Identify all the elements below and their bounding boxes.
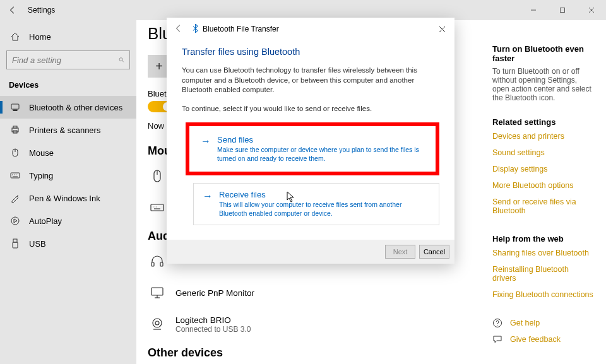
webcam-icon	[148, 315, 167, 334]
dialog-continue: To continue, select if you would like to…	[182, 104, 439, 114]
help-icon: ?	[492, 318, 502, 328]
svg-rect-18	[13, 242, 18, 248]
help-header: Help from the web	[492, 234, 593, 244]
nav-autoplay[interactable]: AutoPlay	[0, 209, 136, 232]
svg-rect-4	[11, 104, 19, 109]
option-receive-files[interactable]: → Receive files This will allow your com…	[193, 183, 439, 225]
nav-printers[interactable]: Printers & scanners	[0, 119, 136, 141]
nav-typing[interactable]: Typing	[0, 164, 136, 187]
nav-label: Bluetooth & other devices	[29, 103, 122, 112]
mouse-icon	[10, 148, 20, 158]
link-more-bt[interactable]: More Bluetooth options	[492, 181, 593, 190]
arrow-icon: →	[201, 136, 211, 163]
mouse-device-icon	[148, 167, 167, 185]
search-box[interactable]	[6, 50, 130, 69]
autoplay-icon	[10, 216, 20, 226]
feedback-icon	[492, 334, 502, 344]
option-send-files[interactable]: → Send files Make sure the computer or d…	[186, 122, 439, 175]
maximize-button[interactable]	[548, 0, 577, 20]
search-input[interactable]	[12, 56, 119, 65]
svg-rect-7	[13, 126, 17, 128]
help-link-drivers[interactable]: Reinstalling Bluetooth drivers	[492, 265, 593, 283]
window-controls	[519, 0, 606, 20]
svg-rect-11	[11, 173, 20, 178]
next-button[interactable]: Next	[385, 245, 415, 259]
feedback-label: Give feedback	[510, 335, 561, 344]
monitor-icon	[148, 283, 167, 302]
nav-label: Mouse	[29, 148, 54, 158]
keyboard-device-icon	[148, 198, 167, 217]
back-button[interactable]	[0, 0, 25, 20]
keyboard-icon	[10, 170, 20, 180]
help-link-fixing[interactable]: Fixing Bluetooth connections	[492, 290, 593, 299]
send-title: Send files	[217, 135, 424, 144]
nav-home-label: Home	[29, 32, 51, 42]
link-sound[interactable]: Sound settings	[492, 148, 593, 157]
headphones-icon	[148, 252, 167, 271]
get-help-label: Get help	[510, 319, 540, 327]
get-help[interactable]: ? Get help	[492, 318, 593, 328]
bluetooth-icon	[10, 102, 20, 112]
device-name: Generic PnP Monitor	[175, 288, 254, 298]
svg-text:?: ?	[496, 320, 499, 327]
related-header: Related settings	[492, 117, 593, 127]
give-feedback[interactable]: Give feedback	[492, 334, 593, 344]
cancel-button[interactable]: Cancel	[419, 245, 449, 259]
nav-label: AutoPlay	[29, 216, 62, 226]
dialog-heading: Transfer files using Bluetooth	[182, 47, 439, 57]
dialog-buttons: Next Cancel	[167, 240, 454, 264]
svg-rect-27	[160, 262, 163, 266]
svg-line-3	[122, 61, 124, 62]
dialog-titlebar: Bluetooth File Transfer	[167, 18, 454, 40]
svg-rect-5	[13, 110, 17, 111]
search-icon	[119, 56, 124, 64]
right-pane: Turn on Bluetooth even faster To turn Bl…	[492, 44, 593, 351]
window-title: Settings	[25, 6, 55, 15]
arrow-icon: →	[203, 191, 213, 218]
recv-desc: This will allow your computer to receive…	[219, 201, 430, 218]
nav-mouse[interactable]: Mouse	[0, 141, 136, 164]
nav-label: Pen & Windows Ink	[29, 194, 100, 203]
nav-pen[interactable]: Pen & Windows Ink	[0, 187, 136, 209]
device-name: Logitech BRIO	[175, 315, 251, 325]
dialog-back-button[interactable]	[174, 24, 183, 35]
svg-rect-1	[561, 8, 565, 13]
nav-usb[interactable]: USB	[0, 232, 136, 255]
nav-label: USB	[29, 239, 46, 249]
nav-group-header: Devices	[0, 77, 136, 96]
svg-rect-28	[152, 288, 163, 295]
pen-icon	[10, 193, 20, 203]
link-display[interactable]: Display settings	[492, 165, 593, 173]
nav-label: Printers & scanners	[29, 126, 100, 135]
minimize-button[interactable]	[519, 0, 548, 20]
link-devices-printers[interactable]: Devices and printers	[492, 132, 593, 141]
svg-rect-26	[152, 262, 154, 266]
bluetooth-icon	[192, 24, 199, 35]
link-send-recv[interactable]: Send or receive files via Bluetooth	[492, 197, 593, 215]
svg-rect-21	[151, 204, 163, 211]
nav-bluetooth[interactable]: Bluetooth & other devices	[0, 96, 136, 119]
svg-point-31	[153, 319, 162, 327]
nav-home[interactable]: Home	[0, 25, 136, 48]
printer-icon	[10, 125, 20, 135]
svg-point-16	[11, 217, 19, 225]
nav-label: Typing	[29, 171, 53, 180]
bluetooth-transfer-dialog: Bluetooth File Transfer Transfer files u…	[167, 18, 454, 264]
home-icon	[10, 32, 20, 42]
send-desc: Make sure the computer or device where y…	[217, 146, 424, 163]
close-button[interactable]	[577, 0, 606, 20]
help-link-sharing[interactable]: Sharing files over Bluetooth	[492, 249, 593, 257]
svg-point-2	[119, 58, 122, 61]
dialog-desc: You can use Bluetooth technology to tran…	[182, 66, 439, 95]
dialog-title: Bluetooth File Transfer	[203, 25, 279, 33]
usb-icon	[10, 238, 20, 249]
tip-header: Turn on Bluetooth even faster	[492, 44, 593, 63]
recv-title: Receive files	[219, 190, 430, 199]
device-status: Connected to USB 3.0	[175, 325, 251, 334]
sidebar: Home Devices Bluetooth & other devices P…	[0, 20, 136, 364]
svg-point-32	[155, 321, 159, 325]
svg-rect-17	[13, 239, 17, 242]
tip-text: To turn Bluetooth on or off without open…	[492, 67, 593, 102]
